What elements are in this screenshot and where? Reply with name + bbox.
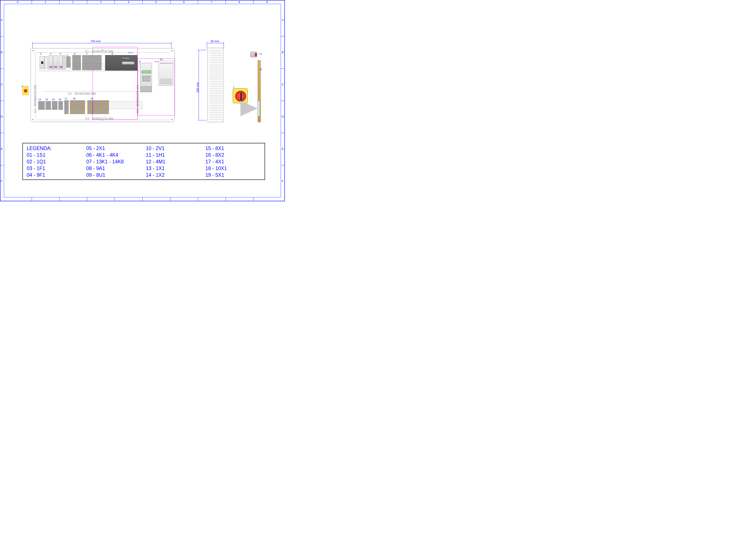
psu-2v1: SPD24120 24VDC-5A: [159, 61, 173, 86]
legend-item: 19 - 5X1: [205, 172, 261, 178]
vfd-8u1: [140, 63, 152, 92]
row-label: E: [282, 147, 284, 150]
dim-width-text: 730 mm: [91, 39, 101, 43]
legend-item: 18 - 10X1: [205, 165, 261, 171]
lamp-1h1: [250, 52, 257, 57]
row-label: F: [1, 180, 3, 183]
rail-label-c4: C4 - 30X80X270 MM: [33, 85, 37, 113]
terminals-2x1: [67, 56, 71, 68]
legend-item: 08 - 9A1: [86, 165, 142, 171]
row-label: C: [282, 83, 284, 86]
dim-plc-gap: 18 mm: [128, 52, 133, 54]
col-label: 2: [72, 0, 74, 4]
legend-item: 02 - 1Q1: [27, 159, 82, 165]
relays-4k: [72, 55, 81, 70]
col-label: 8: [238, 0, 240, 4]
row-label: E: [1, 147, 3, 150]
col-label: 1: [44, 0, 46, 4]
dim-depth-text: 80 mm: [211, 39, 219, 43]
label-4: 4: [60, 53, 61, 55]
legend-item: 14 - 1X2: [146, 172, 201, 178]
main-switch: [22, 86, 28, 95]
legend-item: 07 - 13K1 - 14K8: [86, 159, 142, 165]
label-18: 18: [73, 97, 75, 100]
label-12: 12: [259, 68, 262, 71]
label-13: 13: [38, 98, 41, 101]
legend-item: 15 - 8X1: [205, 145, 261, 151]
legend-item: 01 - 1S1: [27, 152, 82, 158]
plc-9a1: MITSUBISHI: [105, 55, 137, 71]
legend-item: 09 - 8U1: [86, 172, 142, 178]
label-7: 7: [86, 53, 88, 55]
col-label: 9: [266, 0, 268, 4]
label-2: 2: [40, 53, 41, 55]
legend-item: 06 - 4K1 - 4K4: [86, 152, 142, 158]
col-label: 3: [100, 0, 101, 4]
label-14: 14: [45, 98, 48, 101]
col-label: 7: [211, 0, 212, 4]
label-16: 16: [59, 98, 61, 101]
legend-item: 03 - 1F1: [27, 165, 82, 171]
row-label: B: [1, 51, 3, 54]
label-15: 15: [52, 98, 55, 101]
row-label: A: [1, 18, 3, 21]
label-10: 10: [160, 58, 162, 61]
label-3: 3: [50, 53, 51, 55]
row-label: F: [282, 180, 284, 183]
col-label: 5: [155, 0, 157, 4]
breaker-1q1: [40, 56, 44, 68]
label-17: 17: [65, 97, 67, 100]
legend-item: 10 - 2V1: [146, 145, 201, 151]
legend-item: 11 - 1H1: [146, 152, 201, 158]
enclosure-side: [207, 48, 224, 122]
col-label: 4: [128, 0, 129, 4]
label-6: 6: [74, 53, 75, 55]
legend-item: 05 - 2X1: [86, 145, 142, 151]
label-19: 19: [91, 97, 93, 100]
row-label: D: [1, 115, 3, 118]
legend-item: 13 - 1X1: [146, 165, 201, 171]
label-9: 9: [139, 60, 141, 63]
row-label: B: [282, 51, 284, 54]
label-8: 8: [112, 53, 113, 55]
dim-height-text: 330 mm: [196, 83, 199, 92]
col-label: 6: [183, 0, 185, 4]
legend-title: LEGENDA:: [27, 145, 82, 151]
col-label: 0: [17, 0, 18, 4]
mcb-1f1: [48, 56, 58, 69]
legend-item: 04 - 9F1: [27, 172, 82, 178]
relays-13k-14k: [82, 55, 102, 70]
row-label: D: [282, 115, 284, 118]
label-1b: 1: [233, 86, 234, 88]
legend-table: LEGENDA: 05 - 2X1 10 - 2V1 15 - 8X1 01 -…: [22, 143, 265, 180]
legend-item: 17 - 4X1: [205, 159, 261, 165]
mcb-9f1: [59, 56, 66, 69]
legend-item: 16 - 8X2: [205, 152, 261, 158]
fan-face: [257, 101, 260, 116]
row-label: C: [1, 83, 3, 86]
label-5: 5: [67, 54, 68, 57]
fan-cone: [240, 101, 258, 116]
row-label: A: [282, 18, 284, 21]
rail-label-c2: C2 - 30X80X490 MM: [68, 92, 96, 95]
legend-item: 12 - 4M1: [146, 159, 201, 165]
label-1: 1: [21, 85, 23, 88]
label-11: 11: [259, 53, 262, 55]
